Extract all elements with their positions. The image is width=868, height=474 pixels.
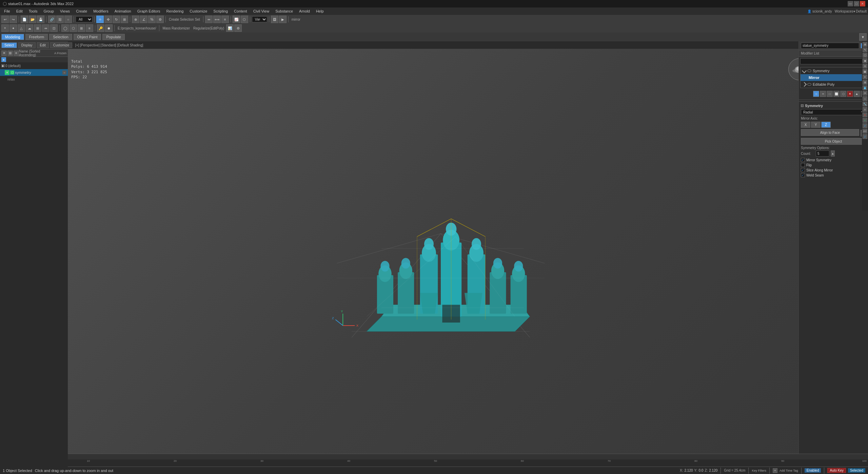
pick-object-btn[interactable]: Pick Object	[801, 138, 866, 145]
save-btn[interactable]: 💾	[37, 16, 44, 23]
menu-tools[interactable]: Tools	[26, 8, 40, 14]
menu-create[interactable]: Create	[73, 8, 90, 14]
right-icon-9[interactable]: 💧	[863, 85, 867, 90]
display-float-btn[interactable]: ⊞	[78, 24, 85, 32]
tab-display[interactable]: Display	[18, 42, 36, 48]
right-icon-17[interactable]: XY	[863, 129, 867, 133]
menu-modifiers[interactable]: Modifiers	[91, 8, 111, 14]
add-time-tag-btn[interactable]: +	[773, 468, 777, 473]
axis-x-btn[interactable]: X	[801, 122, 810, 128]
constraint-btn[interactable]: △	[18, 24, 25, 32]
count-spinner-up[interactable]: ▲	[831, 150, 835, 157]
right-icon-16[interactable]: Z	[863, 123, 867, 128]
work-pivot-btn[interactable]: ✦	[9, 24, 17, 32]
mirror-obj-btn[interactable]: ⇔	[42, 24, 50, 32]
delete-mod-btn[interactable]: ✕	[847, 91, 853, 97]
layer-mgr-btn[interactable]: ≡	[86, 24, 93, 32]
menu-rendering[interactable]: Rendering	[164, 8, 186, 14]
weld-checkbox[interactable]: ✓	[801, 173, 805, 177]
right-icon-1[interactable]: ⊞	[863, 42, 867, 47]
menu-file[interactable]: File	[1, 8, 13, 14]
poly-mode-btn[interactable]: ⬜	[833, 91, 840, 97]
mod-entry-editable-poly[interactable]: Editable Poly	[801, 81, 866, 88]
select-move-btn[interactable]: ✜	[104, 16, 112, 23]
object-name-input[interactable]	[801, 43, 859, 49]
timeline-bar[interactable]	[0, 454, 868, 459]
align-face-btn[interactable]: Align to Face	[801, 129, 859, 136]
slice-checkbox[interactable]: ✓	[801, 168, 805, 172]
edge-mode-btn[interactable]: ━	[820, 91, 826, 97]
menu-help[interactable]: Help	[313, 8, 327, 14]
view-dropdown[interactable]: View	[252, 16, 267, 22]
menu-arnold[interactable]: Arnold	[296, 8, 313, 14]
mirror-sym-checkbox[interactable]: ✓	[801, 158, 805, 162]
tree-item-symmetry[interactable]: ▼ ⬡ symmetry ○	[0, 69, 68, 76]
tab-object-paint[interactable]: Object Paint	[74, 34, 101, 40]
close-button[interactable]: ✕	[860, 1, 865, 6]
radial-dropdown[interactable]: Radial	[801, 109, 866, 115]
poly-count-btn[interactable]: 📊	[226, 24, 234, 32]
right-icon-2[interactable]: ✎	[863, 47, 867, 52]
axis-z-btn[interactable]: Z	[821, 122, 831, 128]
auto-key-btn[interactable]: ⏺	[105, 24, 113, 32]
element-mode-btn[interactable]: ⬡	[840, 91, 846, 97]
layer-btn[interactable]: ≡	[221, 16, 229, 23]
new-btn[interactable]: 📄	[21, 16, 28, 23]
curve-editor-btn[interactable]: 📈	[233, 16, 240, 23]
visibility-icon[interactable]: ○	[62, 70, 66, 75]
menu-substance[interactable]: Substance	[273, 8, 296, 14]
mod-entry-mirror[interactable]: Mirror	[801, 74, 866, 81]
render-frame-btn[interactable]: 🖼	[271, 16, 278, 23]
tab-freeform[interactable]: Freeform	[25, 34, 48, 40]
right-icon-7[interactable]: ≡	[863, 75, 867, 79]
sym-collapse-icon[interactable]	[801, 104, 804, 107]
tab-customize[interactable]: Customize	[50, 42, 72, 48]
epoly-eye-icon[interactable]	[807, 83, 811, 86]
auto-key-btn-status[interactable]: Auto Key	[827, 468, 846, 473]
tab-populate[interactable]: Populate	[102, 34, 124, 40]
move-up-btn[interactable]: ▲	[854, 91, 860, 97]
settings-btn[interactable]: ⚙	[234, 24, 242, 32]
tree-hierarchy-btn[interactable]: ≡	[14, 50, 19, 56]
percent-snap-btn[interactable]: %	[148, 16, 156, 23]
right-icon-3[interactable]: ⬡	[863, 53, 867, 58]
minimize-button[interactable]: —	[848, 1, 853, 6]
menu-content[interactable]: Content	[231, 8, 250, 14]
axis-y-btn[interactable]: Y	[811, 122, 821, 128]
right-icon-13[interactable]: X	[863, 107, 867, 112]
menu-customize[interactable]: Customize	[187, 8, 210, 14]
right-icon-6[interactable]: ▦	[863, 69, 867, 74]
unlink-btn[interactable]: ⛓	[56, 16, 64, 23]
tree-item-relax[interactable]: relax	[0, 76, 68, 83]
right-icon-10[interactable]: ⟳	[863, 91, 867, 96]
link-btn[interactable]: 🔗	[48, 16, 56, 23]
schematic-btn[interactable]: ⬡	[241, 16, 248, 23]
title-bar-controls[interactable]: — □ ✕	[848, 1, 865, 6]
right-icon-15[interactable]: Y	[863, 118, 867, 123]
tab-selection[interactable]: Selection	[49, 34, 72, 40]
maximize-button[interactable]: □	[854, 1, 859, 6]
tab-options-btn[interactable]: ▼	[859, 33, 867, 41]
bind-btn[interactable]: ○	[64, 16, 72, 23]
scale-btn[interactable]: ⊞	[121, 16, 128, 23]
redo-btn[interactable]: ↪	[9, 16, 17, 23]
menu-animation[interactable]: Animation	[112, 8, 134, 14]
set-key-btn[interactable]: 🔑	[97, 24, 104, 32]
align-obj-btn[interactable]: ⊡	[50, 24, 58, 32]
object-constraints-btn[interactable]: ☁	[26, 24, 33, 32]
align-btn[interactable]: ⟺	[213, 16, 221, 23]
tree-item-default[interactable]: ▶ 0 (default)	[0, 62, 68, 69]
border-mode-btn[interactable]: □	[827, 91, 833, 97]
right-icon-18[interactable]: Z	[863, 134, 867, 139]
menu-edit[interactable]: Edit	[14, 8, 25, 14]
angle-snap-btn[interactable]: ∠	[140, 16, 147, 23]
mirror-tool-btn[interactable]: ⇔	[205, 16, 213, 23]
viewport-canvas[interactable]: Total Polys: 6 413 914 Verts: 3 221 825 …	[68, 49, 814, 454]
mod-entry-symmetry[interactable]: Symmetry	[801, 67, 866, 74]
undo-btn[interactable]: ↩	[1, 16, 9, 23]
right-icon-11[interactable]: ⌂	[863, 96, 867, 101]
right-icon-12[interactable]: 🔧	[863, 102, 867, 106]
tree-search-btn[interactable]: ✕	[1, 50, 7, 56]
flip-checkbox[interactable]	[801, 163, 805, 167]
select-btn[interactable]: ✛	[96, 16, 104, 23]
